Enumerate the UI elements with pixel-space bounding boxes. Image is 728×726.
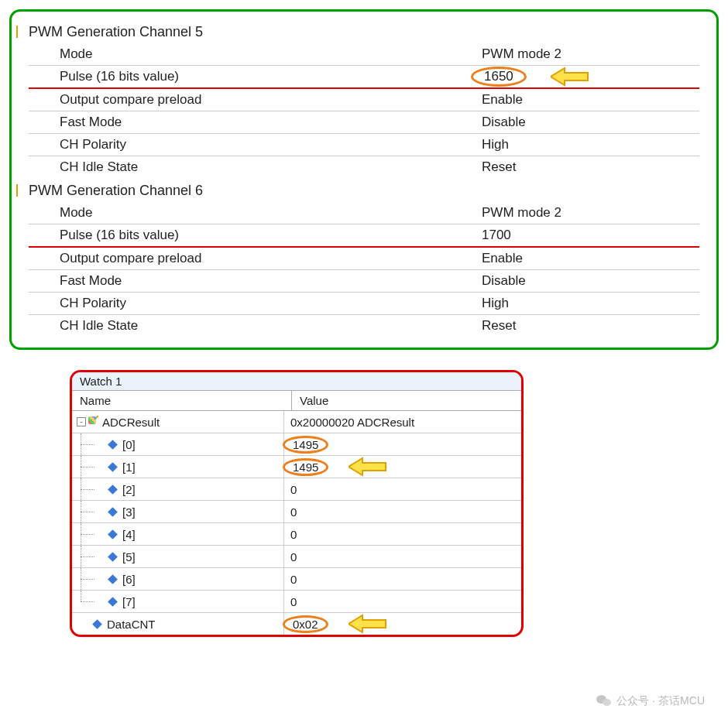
arrow-left-icon (349, 614, 387, 634)
cfg-label: CH Idle State (29, 159, 482, 175)
diamond-icon (108, 574, 118, 584)
diamond-icon (108, 485, 118, 495)
cfg-label: Pulse (16 bits value) (29, 69, 482, 84)
cfg-row[interactable]: CH Idle State Reset (29, 156, 699, 178)
svg-marker-2 (349, 615, 386, 632)
highlight-circle: 0x02 (283, 615, 328, 633)
watch-header: Name Value (72, 391, 521, 411)
watch-row-root[interactable]: - ADCResult 0x20000020 ADCResult (72, 411, 521, 433)
cfg-value[interactable]: PWM mode 2 (482, 205, 561, 221)
section-header-ch6: PWM Generation Channel 6 (19, 183, 699, 199)
cfg-row[interactable]: CH Polarity High (29, 293, 699, 315)
cfg-row[interactable]: CH Idle State Reset (29, 315, 699, 337)
cfg-label: Pulse (16 bits value) (29, 228, 482, 243)
watch-row[interactable]: [1] 1495 (72, 456, 521, 478)
diamond-icon (108, 507, 118, 517)
cfg-value[interactable]: High (482, 296, 509, 311)
watch-var-value: 0 (284, 501, 521, 522)
cfg-label: CH Polarity (29, 137, 482, 152)
cfg-row[interactable]: Fast Mode Disable (29, 111, 699, 134)
cfg-label: Output compare preload (29, 251, 482, 266)
diamond-icon (108, 529, 118, 539)
cfg-value[interactable]: Enable (482, 92, 523, 108)
cfg-value[interactable]: 1650 (482, 67, 589, 87)
cfg-row-pulse[interactable]: Pulse (16 bits value) 1700 (29, 224, 699, 248)
watch-var-name: [7] (122, 595, 136, 608)
cfg-row[interactable]: Mode PWM mode 2 (29, 43, 699, 66)
watch-var-name: [5] (122, 550, 136, 563)
cfg-label: Output compare preload (29, 92, 482, 108)
watch-row[interactable]: [0] 1495 (72, 433, 521, 456)
watch-var-name: ADCResult (102, 416, 160, 429)
diamond-icon (108, 462, 118, 472)
diamond-icon (108, 597, 118, 607)
cfg-value[interactable]: 1700 (482, 228, 511, 243)
cfg-row[interactable]: Output compare preload Enable (29, 89, 699, 111)
cfg-row[interactable]: Fast Mode Disable (29, 270, 699, 293)
wechat-icon (596, 693, 612, 709)
cfg-row[interactable]: CH Polarity High (29, 134, 699, 156)
cfg-row[interactable]: Mode PWM mode 2 (29, 202, 699, 224)
cfg-value[interactable]: Disable (482, 115, 526, 130)
cfg-row[interactable]: Output compare preload Enable (29, 248, 699, 270)
watermark: 公众号 · 茶话MCU (596, 693, 705, 709)
highlight-circle: 1650 (471, 67, 527, 87)
cfg-value[interactable]: Reset (482, 159, 516, 175)
watch-var-value: 0x20000020 ADCResult (284, 411, 521, 433)
highlight-circle: 1495 (283, 458, 328, 476)
watch-row[interactable]: [2] 0 (72, 478, 521, 501)
cfg-value[interactable]: High (482, 137, 509, 152)
watch-row[interactable]: [4] 0 (72, 523, 521, 546)
cfg-row-pulse[interactable]: Pulse (16 bits value) 1650 (29, 66, 699, 89)
watch-title: Watch 1 (72, 372, 521, 391)
watch-window: Watch 1 Name Value - ADCResult 0x2000002… (70, 370, 524, 637)
watch-var-name: [3] (122, 505, 136, 519)
diamond-icon (108, 552, 118, 562)
svg-marker-0 (551, 68, 588, 85)
watch-var-value: 0 (284, 591, 521, 612)
diamond-icon (92, 619, 102, 629)
col-header-name[interactable]: Name (72, 391, 292, 410)
cfg-value[interactable]: Reset (482, 318, 516, 334)
watch-var-name: [0] (122, 438, 136, 451)
highlight-circle: 1495 (283, 436, 328, 454)
watch-row[interactable]: [5] 0 (72, 546, 521, 568)
cfg-label: Fast Mode (29, 273, 482, 289)
cfg-label: Mode (29, 46, 482, 62)
cfg-label: Fast Mode (29, 115, 482, 130)
pwm-config-panel: PWM Generation Channel 5 Mode PWM mode 2… (9, 9, 719, 350)
watch-var-name: [4] (122, 528, 136, 541)
watch-var-name: DataCNT (107, 618, 156, 631)
watch-var-value: 0 (284, 546, 521, 567)
watch-row[interactable]: [6] 0 (72, 568, 521, 591)
watch-row[interactable]: [3] 0 (72, 501, 521, 523)
cfg-value[interactable]: PWM mode 2 (482, 46, 561, 62)
watch-var-name: [2] (122, 483, 136, 496)
watch-var-name: [6] (122, 573, 136, 586)
watermark-text: 公众号 · 茶话MCU (616, 694, 705, 708)
watch-var-value: 0 (284, 568, 521, 590)
section-header-ch5: PWM Generation Channel 5 (19, 24, 699, 40)
arrow-left-icon (551, 67, 589, 87)
arrow-left-icon (349, 457, 387, 477)
cfg-value[interactable]: Disable (482, 273, 526, 289)
watch-var-value: 0 (284, 478, 521, 500)
col-header-value[interactable]: Value (292, 391, 521, 410)
watch-row[interactable]: [7] 0 (72, 591, 521, 613)
struct-icon (88, 416, 99, 427)
cfg-label: Mode (29, 205, 482, 221)
svg-marker-1 (349, 458, 386, 475)
watch-row-datacnt[interactable]: DataCNT 0x02 (72, 613, 521, 635)
cfg-label: CH Idle State (29, 318, 482, 334)
expand-toggle-icon[interactable]: - (77, 417, 86, 426)
cfg-value[interactable]: Enable (482, 251, 523, 266)
watch-var-value: 0 (284, 523, 521, 545)
diamond-icon (108, 440, 118, 450)
cfg-label: CH Polarity (29, 296, 482, 311)
watch-var-name: [1] (122, 461, 136, 474)
